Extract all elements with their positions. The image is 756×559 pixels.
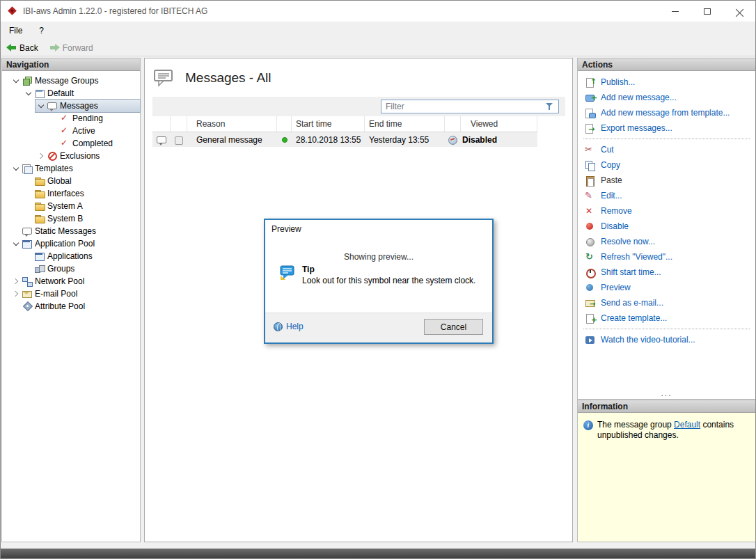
action-refresh-viewed[interactable]: Refresh "Viewed"... [578,249,755,265]
action-edit[interactable]: Edit... [578,188,755,203]
tree-item-email-pool[interactable]: E-mail Pool [2,288,140,300]
column-header-reason[interactable]: Reason [187,116,277,132]
expander-spacer [23,200,34,212]
tree-item-network-pool[interactable]: Network Pool [2,275,140,288]
column-header-end-time[interactable]: End time [365,116,445,132]
help-label: Help [286,322,304,331]
tree-item-exclusions[interactable]: Exclusions [2,150,140,162]
forward-button[interactable]: Forward [44,42,99,54]
information-header: Information [578,400,755,413]
actions-list: Publish... Add new message... Add new me… [578,71,755,347]
menu-help[interactable]: ? [31,23,52,38]
back-button[interactable]: Back [1,42,44,54]
actions-divider [583,139,750,139]
tree-label: E-mail Pool [35,289,77,299]
action-watch-video-tutorial[interactable]: Watch the video-tutorial... [578,332,755,347]
tree-item-default[interactable]: Default [2,87,140,100]
export-icon [585,123,595,134]
column-header-type[interactable] [152,116,171,132]
active-check-icon [59,125,70,136]
tree-item-groups[interactable]: Groups [2,262,140,275]
dialog-title: Preview [271,224,301,234]
column-header-viewed-icon[interactable] [445,116,461,132]
navigation-tree: Message Groups Default Messages Pending … [2,71,140,313]
message-bubble-icon [156,134,167,145]
tree-item-pending[interactable]: Pending [2,112,140,125]
tree-label: Exclusions [60,151,100,161]
default-group-link[interactable]: Default [674,420,700,430]
chevron-down-icon[interactable] [36,100,47,111]
column-header-display[interactable] [171,116,187,132]
chevron-right-icon[interactable] [36,150,47,162]
chevron-right-icon[interactable] [10,288,22,299]
action-preview[interactable]: Preview [578,280,755,295]
minimize-button[interactable] [659,1,691,22]
expander-spacer [10,301,22,312]
table-header-row: Reason Start time End time Viewed [152,116,537,132]
column-header-start-time[interactable]: Start time [292,116,365,132]
expander-spacer [23,251,34,262]
expander-spacer [23,263,34,274]
info-text-before: The message group [597,420,674,430]
tree-item-messages[interactable]: Messages [2,100,140,112]
action-publish[interactable]: Publish... [578,74,755,90]
help-link[interactable]: Help [274,322,304,331]
action-add-from-template[interactable]: Add new message from template... [578,105,755,120]
chevron-down-icon[interactable] [10,163,22,174]
tree-label: Active [72,126,95,136]
tree-item-interfaces[interactable]: Interfaces [2,187,140,200]
tree-item-templates[interactable]: Templates [2,162,140,175]
action-paste[interactable]: Paste [578,173,755,188]
applications-icon [34,251,45,262]
chevron-down-icon[interactable] [10,238,22,249]
action-remove[interactable]: Remove [578,203,755,219]
filter-funnel-icon[interactable] [545,102,555,111]
menu-file[interactable]: File [1,23,31,38]
tree-item-attribute-pool[interactable]: Attribute Pool [2,300,140,313]
tree-item-application-pool[interactable]: Application Pool [2,237,140,250]
action-create-template[interactable]: Create template... [578,310,755,326]
action-send-as-email[interactable]: Send as e-mail... [578,295,755,310]
folder-icon [34,188,45,199]
close-button[interactable] [723,1,755,22]
tree-item-system-b[interactable]: System B [2,212,140,225]
app-icon [8,6,17,16]
expander-spacer [23,213,34,224]
action-resolve-now[interactable]: Resolve now... [578,234,755,249]
chevron-down-icon[interactable] [23,88,34,99]
attribute-pool-icon [22,301,33,312]
disable-icon [585,221,595,232]
action-export-messages[interactable]: Export messages... [578,120,755,136]
tree-item-message-groups[interactable]: Message Groups [2,74,140,87]
column-header-status[interactable] [277,116,292,132]
viewed-status-icon [448,134,459,145]
more-actions-indicator[interactable]: ... [578,388,755,398]
copy-icon [585,160,595,171]
add-message-icon [585,93,595,103]
action-copy[interactable]: Copy [578,157,755,173]
back-arrow-icon [6,44,17,52]
remove-icon [585,206,595,216]
action-add-new-message[interactable]: Add new message... [578,90,755,105]
chevron-right-icon[interactable] [10,276,22,287]
tree-label: Network Pool [35,276,84,286]
cancel-button[interactable]: Cancel [424,319,483,335]
tree-item-global[interactable]: Global [2,175,140,187]
tree-item-completed[interactable]: Completed [2,137,140,150]
tree-item-applications[interactable]: Applications [2,250,140,262]
forward-arrow-icon [49,44,60,52]
tree-item-system-a[interactable]: System A [2,200,140,212]
action-shift-start-time[interactable]: Shift start time... [578,265,755,280]
expander-spacer [10,226,22,237]
column-header-viewed[interactable]: Viewed [461,116,537,132]
tree-item-static-messages[interactable]: Static Messages [2,225,140,237]
chevron-down-icon[interactable] [10,75,22,86]
tree-item-active[interactable]: Active [2,125,140,137]
folder-icon [34,200,45,212]
send-email-icon [585,298,595,308]
action-cut[interactable]: Cut [578,142,755,157]
action-disable[interactable]: Disable [578,219,755,234]
filter-input[interactable] [381,102,545,111]
table-row[interactable]: General message 28.10.2018 13:55 Yesterd… [152,132,537,147]
maximize-button[interactable] [691,1,723,22]
